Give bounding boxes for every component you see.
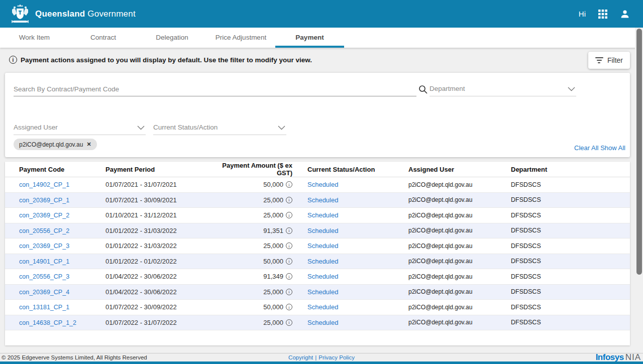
app-header: QueenslandGovernment Hi	[0, 0, 643, 28]
payment-code-link[interactable]: con_20556_CP_2	[19, 227, 69, 234]
amount-info-icon[interactable]	[286, 273, 292, 280]
filter-button[interactable]: Filter	[588, 52, 630, 69]
status-link[interactable]: Scheduled	[307, 258, 338, 265]
info-icon	[9, 56, 17, 64]
tab-payment[interactable]: Payment	[275, 28, 344, 48]
status-link[interactable]: Scheduled	[307, 211, 338, 219]
status-link[interactable]: Scheduled	[307, 303, 338, 311]
payment-period-cell: 01/01/2022 - 31/03/2022	[105, 238, 206, 254]
tab-contract[interactable]: Contract	[69, 28, 138, 48]
status-link[interactable]: Scheduled	[307, 273, 338, 280]
payment-amount-cell: 50,000	[263, 181, 283, 188]
filter-panel: Department Assigned User Current Status/…	[5, 73, 630, 157]
department-cell: DFSDSCS	[497, 269, 630, 285]
assigned-user-cell: p2iCO@dept.qld.gov.au	[395, 300, 497, 315]
department-select[interactable]: Department	[430, 82, 576, 96]
amount-info-icon[interactable]	[286, 197, 292, 203]
brand-queensland: Queensland	[35, 9, 85, 19]
department-cell: DFSDSCS	[497, 192, 630, 208]
chip-remove-icon[interactable]: ✕	[86, 142, 91, 147]
user-profile-icon[interactable]	[620, 9, 630, 19]
payment-amount-cell: 91,349	[263, 273, 283, 280]
search-field	[14, 82, 416, 96]
tab-delegation[interactable]: Delegation	[138, 28, 206, 48]
department-cell: DFSDSCS	[497, 208, 630, 223]
infosys-logo-text: Infosys	[596, 352, 624, 362]
department-cell: DFSDSCS	[497, 315, 630, 330]
filter-button-label: Filter	[607, 56, 623, 64]
department-select-label: Department	[430, 85, 465, 92]
col-header-payment-code: Payment Code	[5, 162, 105, 177]
table-row: con_14638_CP_1_2 01/07/2022 - 31/07/2022…	[5, 315, 630, 330]
col-header-status: Current Status/Action	[294, 162, 395, 177]
payment-code-link[interactable]: con_13181_CP_1	[19, 304, 69, 311]
tab-bar: Work ItemContractDelegationPrice Adjustm…	[0, 28, 643, 48]
assigned-user-select[interactable]: Assigned User	[14, 120, 146, 135]
amount-info-icon[interactable]	[286, 212, 292, 218]
table-row: con_20369_CP_4 01/04/2022 - 30/06/2022 2…	[5, 284, 630, 300]
show-all-link[interactable]: Show All	[600, 144, 625, 152]
department-cell: DFSDSCS	[497, 223, 630, 238]
payment-period-cell: 01/01/2022 - 31/03/2022	[105, 223, 206, 238]
assigned-user-cell: p2iCO@dept.qld.gov.au	[395, 192, 497, 208]
table-row: con_20556_CP_2 01/01/2022 - 31/03/2022 9…	[5, 223, 630, 238]
status-link[interactable]: Scheduled	[307, 227, 338, 234]
status-link[interactable]: Scheduled	[307, 242, 338, 250]
amount-info-icon[interactable]	[286, 289, 292, 295]
status-select-label: Current Status/Action	[153, 124, 218, 131]
amount-info-icon[interactable]	[286, 258, 292, 265]
table-row: con_13181_CP_1 01/07/2022 - 30/09/2022 5…	[5, 300, 630, 315]
payment-code-link[interactable]: con_14901_CP_1	[19, 258, 69, 265]
table-row: con_14901_CP_1 01/01/2022 - 01/02/2022 5…	[5, 254, 630, 269]
amount-info-icon[interactable]	[286, 227, 292, 234]
amount-info-icon[interactable]	[286, 181, 292, 188]
col-header-payment-period: Payment Period	[105, 162, 206, 177]
department-cell: DFSDSCS	[497, 238, 630, 254]
search-icon[interactable]	[418, 85, 428, 94]
payment-amount-cell: 50,000	[263, 258, 283, 265]
status-link[interactable]: Scheduled	[307, 288, 338, 296]
tab-price-adjustment[interactable]: Price Adjustment	[206, 28, 275, 48]
clear-all-link[interactable]: Clear All	[574, 144, 598, 152]
queensland-coat-of-arms-icon	[10, 4, 30, 25]
payment-amount-cell: 25,000	[263, 319, 283, 326]
vertical-scrollbar-track[interactable]	[635, 28, 643, 353]
payment-code-link[interactable]: con_14638_CP_1_2	[19, 319, 76, 326]
info-message: Payment actions assigned to you will dis…	[21, 56, 312, 64]
department-cell: DFSDSCS	[497, 177, 630, 193]
apps-grid-icon[interactable]	[598, 9, 608, 19]
table-row: con_20369_CP_2 01/10/2021 - 31/12/2021 2…	[5, 208, 630, 223]
assigned-user-cell: p2iCO@dept.qld.gov.au	[395, 284, 497, 300]
table-row: con_14902_CP_1 01/07/2021 - 31/07/2021 5…	[5, 177, 630, 193]
payment-period-cell: 01/07/2021 - 31/07/2021	[105, 177, 206, 193]
copyright-link[interactable]: Copyright	[288, 354, 313, 360]
status-select[interactable]: Current Status/Action	[153, 120, 286, 135]
payment-code-link[interactable]: con_20369_CP_4	[19, 289, 69, 296]
status-link[interactable]: Scheduled	[307, 181, 338, 188]
payment-amount-cell: 25,000	[263, 288, 283, 296]
assigned-user-cell: p2iCO@dept.qld.gov.au	[395, 238, 497, 254]
status-link[interactable]: Scheduled	[307, 196, 338, 204]
tab-work-item[interactable]: Work Item	[0, 28, 69, 48]
amount-info-icon[interactable]	[286, 242, 292, 249]
payment-code-link[interactable]: con_20556_CP_3	[19, 273, 69, 280]
col-header-assigned-user: Assigned User	[395, 162, 497, 177]
table-row: con_20369_CP_1 01/07/2021 - 30/09/2021 2…	[5, 192, 630, 208]
payment-code-link[interactable]: con_14902_CP_1	[19, 181, 69, 188]
nia-logo-text: NIA	[625, 352, 641, 362]
payment-amount-cell: 50,000	[263, 303, 283, 311]
assigned-user-chip: p2iCO@dept.qld.gov.au ✕	[14, 139, 97, 150]
vertical-scrollbar-thumb[interactable]	[636, 29, 642, 275]
amount-info-icon[interactable]	[286, 319, 292, 326]
payment-code-link[interactable]: con_20369_CP_3	[19, 242, 69, 250]
col-header-payment-amount: Payment Amount ($ ex GST)	[206, 162, 294, 177]
privacy-policy-link[interactable]: Privacy Policy	[318, 354, 355, 360]
payment-amount-cell: 25,000	[263, 196, 283, 204]
amount-info-icon[interactable]	[286, 304, 292, 310]
assigned-user-cell: p2iCO@dept.qld.gov.au	[395, 223, 497, 238]
search-input[interactable]	[14, 82, 416, 96]
payment-code-link[interactable]: con_20369_CP_1	[19, 197, 69, 204]
payment-code-link[interactable]: con_20369_CP_2	[19, 212, 69, 219]
status-link[interactable]: Scheduled	[307, 319, 338, 326]
col-header-department: Department	[497, 162, 630, 177]
